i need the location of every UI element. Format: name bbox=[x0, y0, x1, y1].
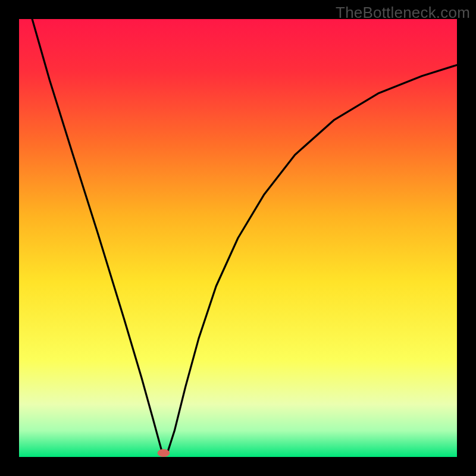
optimum-marker bbox=[158, 449, 170, 457]
bottleneck-chart bbox=[19, 19, 457, 457]
chart-frame bbox=[19, 19, 457, 457]
